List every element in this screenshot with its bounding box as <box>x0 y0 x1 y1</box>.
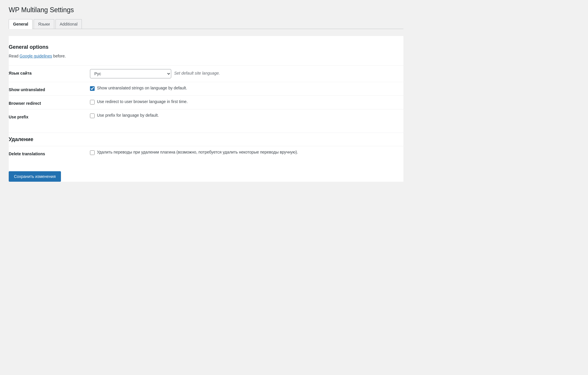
show-untranslated-label: Show untranslated <box>9 86 90 92</box>
site-language-row: Язык сайта Рус English Set default site … <box>9 65 403 82</box>
browser-redirect-control: Use redirect to user browser language in… <box>90 99 403 104</box>
general-options-title: General options <box>9 44 403 50</box>
show-untranslated-row: Show untranslated Show untranslated stri… <box>9 82 403 95</box>
show-untranslated-control: Show untranslated strings on language by… <box>90 86 403 91</box>
tabs-container: General Языки Additional <box>9 19 403 29</box>
google-guidelines-link[interactable]: Google guidelines <box>19 54 52 58</box>
delete-translations-control: Удалить переводы при удалении плагина (в… <box>90 150 403 155</box>
language-select[interactable]: Рус English <box>90 69 171 78</box>
browser-redirect-checkbox-label[interactable]: Use redirect to user browser language in… <box>90 99 188 104</box>
use-prefix-description: Use prefix for language by default. <box>97 113 159 118</box>
browser-redirect-label: Browser redirect <box>9 99 90 106</box>
save-button[interactable]: Сохранить изменения <box>9 171 61 182</box>
show-untranslated-checkbox[interactable] <box>90 86 95 91</box>
general-options-section: General options Read Google guidelines b… <box>9 44 403 126</box>
site-language-label: Язык сайта <box>9 69 90 75</box>
tab-additional[interactable]: Additional <box>55 19 82 29</box>
deletion-section: Удаление Delete translations Удалить пер… <box>9 133 403 163</box>
delete-translations-checkbox-label[interactable]: Удалить переводы при удалении плагина (в… <box>90 150 298 155</box>
page-title: WP Multilang Settings <box>9 6 403 15</box>
use-prefix-checkbox[interactable] <box>90 113 95 118</box>
deletion-section-title: Удаление <box>9 133 403 146</box>
description-text: Read Google guidelines before. <box>9 54 403 58</box>
use-prefix-control: Use prefix for language by default. <box>90 113 403 118</box>
use-prefix-checkbox-label[interactable]: Use prefix for language by default. <box>90 113 159 118</box>
site-language-control: Рус English Set default site language. <box>90 69 403 78</box>
language-hint: Set default site language. <box>174 69 220 75</box>
tab-general[interactable]: General <box>9 19 33 29</box>
settings-content: General options Read Google guidelines b… <box>9 36 403 182</box>
browser-redirect-checkbox[interactable] <box>90 100 95 104</box>
browser-redirect-row: Browser redirect Use redirect to user br… <box>9 95 403 109</box>
browser-redirect-description: Use redirect to user browser language in… <box>97 99 188 104</box>
show-untranslated-checkbox-label[interactable]: Show untranslated strings on language by… <box>90 86 187 91</box>
delete-translations-checkbox[interactable] <box>90 150 95 155</box>
use-prefix-row: Use prefix Use prefix for language by de… <box>9 109 403 123</box>
show-untranslated-description: Show untranslated strings on language by… <box>97 86 187 90</box>
delete-translations-description: Удалить переводы при удалении плагина (в… <box>97 150 298 154</box>
delete-translations-label: Delete translations <box>9 150 90 156</box>
delete-translations-row: Delete translations Удалить переводы при… <box>9 146 403 160</box>
use-prefix-label: Use prefix <box>9 113 90 119</box>
tab-languages[interactable]: Языки <box>34 19 54 29</box>
